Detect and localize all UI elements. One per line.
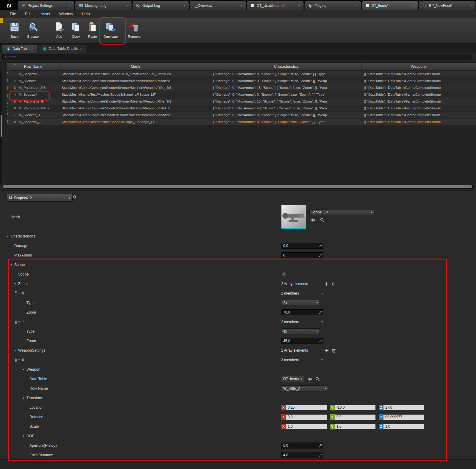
close-icon[interactable] xyxy=(32,47,33,51)
table-row[interactable]: 3M_Patronage_R3 StaticMesh'/Game/Complet… xyxy=(7,84,476,91)
zoom-type-dropdown[interactable]: 2x xyxy=(281,300,320,306)
drag-handle-icon[interactable] xyxy=(7,92,9,97)
copy-button[interactable]: Copy xyxy=(68,19,84,43)
scale-x-input[interactable]: 1,0 xyxy=(286,424,327,429)
location-z-input[interactable]: 17,0 xyxy=(383,405,425,410)
location-x-input[interactable]: 0,25 xyxy=(286,405,327,410)
scale-y-input[interactable]: 1,0 xyxy=(335,424,376,429)
use-selected-arrow-icon[interactable] xyxy=(310,218,315,222)
table-row-m-scopex4[interactable]: 4M_Scopex4 StaticMesh'/Game/Test/Meshes/… xyxy=(7,91,476,98)
window-tab-output-log[interactable]: Output Log xyxy=(132,1,189,10)
tab-data-table-details[interactable]: Data Table Details xyxy=(39,45,86,53)
drag-handle-icon[interactable] xyxy=(7,79,9,83)
menu-window[interactable]: Window xyxy=(55,12,77,16)
window-tab-dt-usableitems[interactable]: DT_UsableItems* xyxy=(247,1,304,10)
table-row[interactable]: 2M_Silencer StaticMesh'/Game/CompleteSho… xyxy=(7,78,476,84)
add-element-icon[interactable] xyxy=(325,349,329,352)
table-row[interactable]: 1M_Scopex2 StaticMesh'/Game/Test/Meshes/… xyxy=(7,71,476,78)
use-selected-arrow-icon[interactable] xyxy=(307,377,312,381)
damage-input[interactable]: 0,0 xyxy=(281,243,323,249)
rotation-z-input[interactable]: 89,999977 xyxy=(383,414,425,420)
close-icon[interactable] xyxy=(68,4,72,7)
scrollbar-thumb[interactable] xyxy=(1,115,2,137)
delete-all-trash-icon[interactable] xyxy=(332,348,336,353)
table-row[interactable]: 6M_Patronage_R4_2 StaticMesh'/Game/Compl… xyxy=(7,105,476,112)
members-dropdown[interactable]: 2 members xyxy=(281,291,323,295)
drag-handle-icon[interactable] xyxy=(15,358,17,362)
expander-icon[interactable] xyxy=(22,368,26,371)
delete-all-trash-icon[interactable] xyxy=(332,282,336,286)
drag-handle-icon[interactable] xyxy=(7,86,9,90)
table-row-m-scopex4-2-selected[interactable]: 8M_Scopex4_2 StaticMesh'/Game/Test/Meshe… xyxy=(7,119,476,125)
column-header-weapons[interactable]: Weapons xyxy=(362,63,476,70)
aperture-input[interactable]: 5,0 xyxy=(281,443,323,448)
zoom-value-input[interactable]: 45,0 xyxy=(281,338,323,344)
rotation-x-input[interactable]: 0,0 xyxy=(286,414,327,420)
drag-handle-icon[interactable] xyxy=(7,72,9,76)
menu-file[interactable]: File xyxy=(5,12,21,16)
window-tab-plugins[interactable]: Plugins xyxy=(304,1,361,10)
close-icon[interactable] xyxy=(126,4,129,7)
expander-icon[interactable] xyxy=(18,321,22,323)
scope-checkbox[interactable] xyxy=(281,272,286,277)
reset-to-default-icon[interactable] xyxy=(72,195,76,199)
close-icon[interactable] xyxy=(469,4,473,7)
mesh-thumbnail[interactable] xyxy=(281,205,306,230)
scale-z-input[interactable]: 1,0 xyxy=(383,424,425,429)
menu-help[interactable]: Help xyxy=(77,12,94,16)
table-row[interactable]: 5M_Patronage_R4 StaticMesh'/Game/Complet… xyxy=(7,98,476,105)
browse-to-asset-magnifier-icon[interactable] xyxy=(320,218,325,222)
drag-handle-icon[interactable] xyxy=(15,291,17,296)
close-icon[interactable] xyxy=(355,4,358,7)
expander-icon[interactable] xyxy=(14,283,18,285)
window-tab-message-log[interactable]: Message Log xyxy=(75,1,132,10)
duplicate-button[interactable]: Duplicate xyxy=(101,19,120,43)
paste-button[interactable]: Paste xyxy=(84,19,101,43)
close-icon[interactable] xyxy=(412,4,416,7)
menu-asset[interactable]: Asset xyxy=(36,12,55,16)
window-tab-l-overview[interactable]: L_Overview xyxy=(190,1,246,10)
menu-edit[interactable]: Edit xyxy=(21,12,36,16)
expander-icon[interactable] xyxy=(10,264,14,266)
add-element-icon[interactable] xyxy=(325,282,329,286)
browse-button[interactable]: Browse xyxy=(24,19,42,43)
zoom-value-input[interactable]: 70,0 xyxy=(281,309,323,315)
location-y-input[interactable]: -16,0 xyxy=(335,405,376,410)
scrollbar-thumb[interactable] xyxy=(3,185,472,188)
window-tab-dt-items[interactable]: DT_Items* xyxy=(362,1,419,10)
expander-icon[interactable] xyxy=(18,292,22,295)
drag-handle-icon[interactable] xyxy=(7,99,9,104)
zoom-type-dropdown[interactable]: 4x xyxy=(281,328,320,334)
close-icon[interactable] xyxy=(80,47,82,51)
data-table-asset-dropdown[interactable]: DT_Items xyxy=(281,376,304,382)
column-header-mesh[interactable]: Mesh xyxy=(60,63,211,70)
column-header-row-name[interactable]: Row Name xyxy=(7,63,60,70)
drag-handle-icon[interactable] xyxy=(7,120,9,124)
rotation-y-input[interactable]: 0,0 xyxy=(335,414,376,420)
column-header-characteristics[interactable]: Characteristics xyxy=(211,63,361,70)
mesh-asset-dropdown[interactable]: Scope_LP xyxy=(309,209,374,215)
remove-button[interactable]: Remove xyxy=(126,19,143,43)
drag-handle-icon[interactable] xyxy=(15,320,17,324)
search-input[interactable] xyxy=(2,54,472,60)
expander-icon[interactable] xyxy=(18,359,22,361)
close-icon[interactable] xyxy=(298,4,301,7)
drag-handle-icon[interactable] xyxy=(7,106,9,111)
expander-icon[interactable] xyxy=(22,435,26,437)
close-icon[interactable] xyxy=(183,4,186,7)
expander-icon[interactable] xyxy=(22,397,26,399)
members-dropdown[interactable]: 3 members xyxy=(281,358,323,362)
table-row[interactable]: 7M_Silencer_0 StaticMesh'/Game/CompleteS… xyxy=(7,112,476,119)
maxammo-input[interactable]: 0 xyxy=(281,252,323,258)
tab-data-table[interactable]: Data Table xyxy=(2,45,37,53)
row-name-dropdown[interactable]: W_Rifle_3 xyxy=(281,385,328,391)
row-selector-dropdown[interactable]: M_Scopex4_2 xyxy=(7,194,73,202)
window-tab-bp-newfood[interactable]: BP_NewFood* xyxy=(419,1,476,10)
add-button[interactable]: Add xyxy=(51,19,67,43)
expander-icon[interactable] xyxy=(14,349,18,352)
browse-to-asset-magnifier-icon[interactable] xyxy=(315,377,320,381)
focaldistance-input[interactable]: 4,0 xyxy=(281,452,323,458)
window-tab-project-settings[interactable]: Project Settings xyxy=(18,1,74,10)
save-button[interactable]: Save xyxy=(6,19,23,43)
expander-icon[interactable] xyxy=(7,235,11,238)
